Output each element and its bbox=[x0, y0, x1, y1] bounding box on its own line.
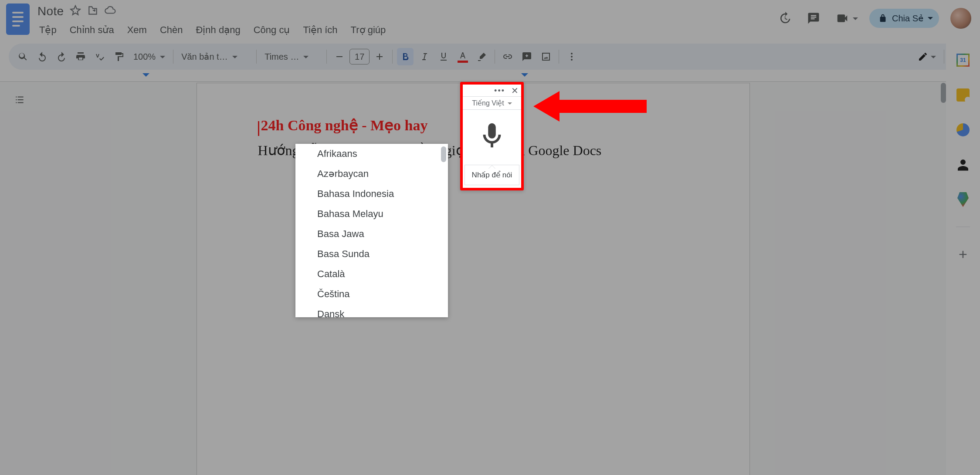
voice-language-select[interactable]: Tiếng Việt bbox=[463, 97, 521, 110]
menu-edit[interactable]: Chỉnh sửa bbox=[68, 23, 116, 37]
keep-app-icon[interactable] bbox=[955, 87, 971, 103]
menu-tools[interactable]: Công cụ bbox=[252, 23, 292, 37]
outline-toggle-button[interactable] bbox=[10, 90, 30, 110]
font-size-input[interactable] bbox=[349, 49, 370, 64]
tasks-app-icon[interactable] bbox=[955, 122, 971, 138]
move-icon[interactable] bbox=[87, 5, 98, 18]
bold-button[interactable] bbox=[397, 48, 414, 65]
share-label: Chia Sẻ bbox=[892, 13, 923, 24]
menu-format[interactable]: Định dạng bbox=[194, 23, 242, 37]
voice-language-dropdown[interactable]: Afrikaans Azərbaycan Bahasa Indonesia Ba… bbox=[295, 144, 448, 317]
lang-option[interactable]: Afrikaans bbox=[295, 144, 448, 164]
increase-font-size-button[interactable] bbox=[371, 48, 388, 65]
lang-option[interactable]: Čeština bbox=[295, 284, 448, 304]
menu-insert[interactable]: Chèn bbox=[158, 23, 185, 37]
lang-option[interactable]: Català bbox=[295, 264, 448, 284]
voice-typing-widget: ••• ✕ Tiếng Việt Nhấp để nói bbox=[460, 82, 524, 190]
insert-link-button[interactable] bbox=[499, 48, 516, 65]
meet-icon[interactable] bbox=[834, 10, 851, 27]
voice-menu-icon[interactable]: ••• bbox=[494, 87, 505, 95]
cloud-status-icon[interactable] bbox=[105, 5, 116, 18]
lang-option[interactable]: Bahasa Indonesia bbox=[295, 184, 448, 204]
voice-mic-button[interactable] bbox=[463, 110, 521, 162]
close-icon[interactable]: ✕ bbox=[511, 86, 519, 95]
undo-button[interactable] bbox=[34, 48, 51, 65]
lang-option[interactable]: Bahasa Melayu bbox=[295, 204, 448, 224]
docs-logo[interactable] bbox=[6, 3, 30, 35]
menu-help[interactable]: Trợ giúp bbox=[349, 23, 388, 37]
star-icon[interactable] bbox=[70, 5, 81, 18]
voice-hint-tooltip: Nhấp để nói bbox=[465, 165, 519, 185]
get-addons-button[interactable]: + bbox=[955, 246, 971, 262]
decrease-font-size-button[interactable] bbox=[331, 48, 348, 65]
paint-format-button[interactable] bbox=[111, 48, 127, 65]
toolbar: 100% Văn bản t… Times … bbox=[9, 44, 971, 70]
more-toolbar-button[interactable] bbox=[563, 48, 580, 65]
styles-select[interactable]: Văn bản t… bbox=[178, 48, 252, 65]
menu-extensions[interactable]: Tiện ích bbox=[301, 23, 339, 37]
spellcheck-button[interactable] bbox=[92, 48, 108, 65]
underline-button[interactable] bbox=[435, 48, 452, 65]
maps-app-icon[interactable] bbox=[955, 192, 971, 207]
add-comment-button[interactable] bbox=[519, 48, 535, 65]
redo-button[interactable] bbox=[53, 48, 70, 65]
meet-dropdown[interactable] bbox=[853, 10, 858, 27]
side-divider bbox=[956, 227, 970, 227]
insert-image-button[interactable] bbox=[538, 48, 554, 65]
svg-point-1 bbox=[571, 56, 573, 58]
lang-option[interactable]: Dansk bbox=[295, 304, 448, 317]
lang-option[interactable]: Azərbaycan bbox=[295, 164, 448, 184]
side-panel: 31 + bbox=[946, 44, 980, 475]
text-color-button[interactable] bbox=[454, 48, 471, 65]
share-button[interactable]: Chia Sẻ bbox=[869, 9, 939, 28]
chevron-down-icon bbox=[928, 17, 933, 22]
contacts-app-icon[interactable] bbox=[955, 157, 971, 173]
microphone-icon bbox=[477, 121, 507, 151]
vertical-scrollbar[interactable] bbox=[941, 83, 946, 103]
lang-option[interactable]: Basa Sunda bbox=[295, 244, 448, 264]
account-avatar[interactable] bbox=[950, 8, 971, 29]
search-menus-button[interactable] bbox=[15, 48, 31, 65]
ruler[interactable] bbox=[0, 72, 980, 82]
zoom-select[interactable]: 100% bbox=[130, 48, 169, 65]
menu-file[interactable]: Tệp bbox=[37, 23, 58, 37]
menu-view[interactable]: Xem bbox=[125, 23, 149, 37]
indent-marker-left[interactable] bbox=[142, 73, 149, 80]
lock-icon bbox=[878, 14, 888, 23]
dropdown-scrollbar[interactable] bbox=[441, 146, 446, 162]
comments-icon[interactable] bbox=[805, 10, 822, 27]
italic-button[interactable] bbox=[416, 48, 433, 65]
history-icon[interactable] bbox=[776, 10, 793, 27]
svg-point-2 bbox=[571, 59, 573, 61]
indent-marker-right[interactable] bbox=[521, 73, 528, 80]
chevron-down-icon bbox=[508, 102, 512, 107]
highlight-button[interactable] bbox=[474, 48, 490, 65]
pencil-icon bbox=[918, 51, 928, 62]
lang-option[interactable]: Basa Jawa bbox=[295, 224, 448, 244]
svg-point-0 bbox=[571, 53, 573, 54]
document-title[interactable]: Note bbox=[37, 4, 64, 18]
calendar-app-icon[interactable]: 31 bbox=[955, 52, 971, 68]
print-button[interactable] bbox=[72, 48, 89, 65]
font-select[interactable]: Times … bbox=[261, 48, 322, 65]
editing-mode-select[interactable] bbox=[914, 48, 939, 65]
